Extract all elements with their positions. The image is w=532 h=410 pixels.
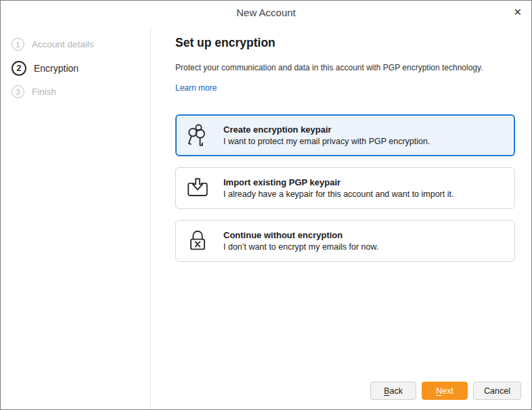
option-title: Continue without encryption — [223, 230, 378, 240]
encryption-option-card-1[interactable]: Create encryption keypair I want to prot… — [175, 114, 515, 156]
titlebar: New Account ✕ — [1, 1, 531, 28]
footer-buttons: Back Next Cancel — [370, 382, 521, 400]
step-label: Finish — [32, 87, 56, 97]
description-text: Protect your communication and data in t… — [175, 62, 515, 73]
learn-more-link[interactable]: Learn more — [175, 83, 217, 93]
encryption-option-card-2[interactable]: Import existing PGP keypair I already ha… — [175, 167, 515, 209]
next-button[interactable]: Next — [422, 382, 468, 400]
wizard-steps-sidebar: 1 Account details 2 Encryption 3 Finish — [1, 28, 151, 409]
close-icon[interactable]: ✕ — [513, 6, 522, 18]
main-panel: Set up encryption Protect your communica… — [152, 28, 531, 409]
keys-icon — [185, 122, 210, 148]
option-subtitle: I don’t want to encrypt my emails for no… — [223, 242, 378, 252]
import-icon — [185, 175, 210, 201]
option-subtitle: I already have a keypair for this accoun… — [223, 189, 453, 199]
encryption-option-card-3[interactable]: Continue without encryption I don’t want… — [175, 220, 515, 262]
step-label: Account details — [32, 39, 94, 49]
wizard-step-encryption[interactable]: 2 Encryption — [1, 55, 150, 81]
wizard-step-finish[interactable]: 3 Finish — [1, 81, 150, 103]
step-number-circle: 3 — [12, 85, 24, 98]
lock-x-icon — [185, 228, 210, 254]
option-subtitle: I want to protect my email privacy with … — [223, 137, 430, 146]
wizard-step-account-details[interactable]: 1 Account details — [1, 33, 150, 55]
cancel-button[interactable]: Cancel — [473, 382, 521, 400]
step-label: Encryption — [34, 63, 79, 74]
back-button[interactable]: Back — [370, 382, 416, 400]
option-title: Import existing PGP keypair — [223, 177, 453, 187]
step-number-circle: 1 — [12, 38, 24, 51]
step-number-circle: 2 — [12, 61, 26, 76]
page-title: Set up encryption — [175, 36, 515, 50]
encryption-options: Create encryption keypair I want to prot… — [175, 114, 515, 262]
new-account-dialog: New Account ✕ 1 Account details 2 Encryp… — [0, 0, 532, 410]
dialog-title: New Account — [1, 1, 531, 18]
option-title: Create encryption keypair — [223, 124, 430, 135]
